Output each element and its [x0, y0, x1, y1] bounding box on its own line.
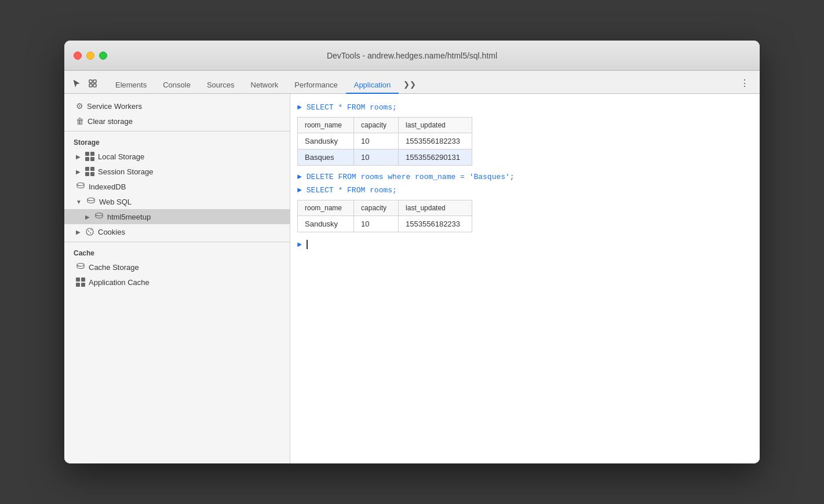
cache-section-header: Cache [64, 244, 290, 260]
chevron-right-icon: ▶ [76, 169, 81, 175]
svg-point-10 [90, 229, 92, 231]
tab-menu-icon[interactable]: ⋮ [735, 74, 754, 93]
sidebar-item-label: Web SQL [99, 198, 132, 206]
sql-code-3: SELECT * FROM rooms; [307, 185, 397, 196]
chevron-right-icon: ▶ [76, 154, 81, 160]
minimize-button[interactable] [86, 52, 94, 60]
sql-query-line-1: ► SELECT * FROM rooms; [290, 101, 760, 115]
db-icon [86, 197, 96, 206]
toolbar-icons [70, 77, 99, 93]
sidebar-item-label: Cookies [98, 228, 125, 236]
sidebar-item-label: Clear storage [87, 117, 133, 126]
tab-console[interactable]: Console [155, 77, 199, 94]
sidebar: ⚙ Service Workers 🗑 Clear storage Storag… [64, 94, 290, 463]
traffic-lights [74, 52, 107, 60]
table-header-room-name: room_name [298, 117, 354, 133]
window-title: DevTools - andrew.hedges.name/html5/sql.… [327, 51, 497, 60]
sql-query-line-2: ► DELETE FROM rooms where room_name = 'B… [290, 170, 760, 184]
sql-prompt-2[interactable]: ► [297, 171, 302, 183]
table-header-capacity: capacity [354, 117, 399, 133]
svg-point-11 [77, 264, 84, 266]
table-header-last-updated: last_updated [399, 117, 472, 133]
tab-more-icon[interactable]: ❯❯ [399, 76, 421, 93]
sql-code-1: SELECT * FROM rooms; [307, 102, 397, 114]
table-header-capacity: capacity [354, 200, 399, 216]
inspect-icon[interactable] [86, 77, 99, 90]
cursor-line[interactable]: ► [290, 237, 760, 253]
tab-application[interactable]: Application [346, 77, 399, 94]
trash-icon: 🗑 [76, 116, 84, 126]
sql-code-2: DELETE FROM rooms where room_name = 'Bas… [307, 171, 515, 183]
table-cell: Sandusky [298, 133, 354, 149]
sidebar-item-service-workers[interactable]: ⚙ Service Workers [64, 98, 290, 114]
tab-network[interactable]: Network [243, 77, 287, 94]
chevron-right-icon: ▶ [85, 214, 90, 220]
cookie-icon [85, 227, 94, 236]
chevron-down-icon: ▼ [76, 199, 82, 205]
sidebar-item-session-storage[interactable]: ▶ Session Storage [64, 164, 290, 179]
table-cell: 10 [354, 149, 399, 165]
tab-elements[interactable]: Elements [107, 77, 155, 94]
table-cell: Sandusky [298, 216, 354, 232]
sidebar-item-application-cache[interactable]: Application Cache [64, 275, 290, 290]
main-content: ⚙ Service Workers 🗑 Clear storage Storag… [64, 94, 760, 463]
sidebar-item-web-sql[interactable]: ▼ Web SQL [64, 194, 290, 209]
sidebar-item-label: Session Storage [98, 167, 153, 176]
gear-icon: ⚙ [76, 101, 83, 111]
svg-rect-1 [89, 84, 92, 87]
sidebar-item-local-storage[interactable]: ▶ Local Storage [64, 149, 290, 164]
sidebar-item-label: Local Storage [98, 152, 144, 161]
table-cell: 1553556290131 [399, 149, 472, 165]
title-bar: DevTools - andrew.hedges.name/html5/sql.… [64, 41, 760, 71]
sidebar-item-label: Application Cache [89, 278, 150, 287]
sidebar-item-label: Service Workers [87, 102, 142, 111]
table-row: Sandusky 10 1553556182233 [298, 216, 472, 232]
table-cell: Basques [298, 149, 354, 165]
sidebar-item-cookies[interactable]: ▶ Cookies [64, 224, 290, 239]
sidebar-item-label: html5meetup [107, 213, 151, 221]
sql-console-panel[interactable]: ► SELECT * FROM rooms; room_name capacit… [290, 94, 760, 463]
svg-rect-3 [93, 84, 96, 87]
devtools-window: DevTools - andrew.hedges.name/html5/sql.… [64, 41, 760, 463]
svg-point-4 [77, 183, 84, 186]
svg-rect-2 [93, 80, 96, 83]
sidebar-divider [64, 131, 290, 132]
grid-icon [85, 167, 94, 176]
db-icon [76, 182, 85, 191]
sidebar-item-cache-storage[interactable]: Cache Storage [64, 260, 290, 275]
storage-section-header: Storage [64, 134, 290, 149]
maximize-button[interactable] [99, 52, 107, 60]
sql-prompt-1[interactable]: ► [297, 102, 302, 114]
tab-performance[interactable]: Performance [286, 77, 345, 94]
svg-point-5 [87, 198, 94, 201]
db-icon [76, 262, 85, 272]
sidebar-item-label: IndexedDB [89, 182, 126, 191]
svg-point-8 [88, 231, 89, 232]
table-cell: 1553556182233 [399, 216, 472, 232]
sidebar-item-html5meetup[interactable]: ▶ html5meetup [64, 209, 290, 224]
sql-prompt-3[interactable]: ► [297, 185, 302, 196]
sidebar-item-clear-storage[interactable]: 🗑 Clear storage [64, 114, 290, 129]
table-cell: 10 [354, 216, 399, 232]
tab-bar: Elements Console Sources Network Perform… [64, 71, 760, 94]
table-header-room-name: room_name [298, 200, 354, 216]
sql-prompt-cursor[interactable]: ► [297, 239, 302, 251]
close-button[interactable] [74, 52, 82, 60]
table-cell: 1553556182233 [399, 133, 472, 149]
table-header-last-updated: last_updated [399, 200, 472, 216]
svg-point-7 [86, 228, 93, 235]
svg-rect-0 [89, 80, 92, 83]
db-icon [94, 212, 104, 221]
grid-icon [76, 277, 85, 287]
table-cell: 10 [354, 133, 399, 149]
sidebar-divider2 [64, 242, 290, 242]
svg-point-6 [96, 213, 103, 216]
tab-sources[interactable]: Sources [199, 77, 243, 94]
table-row: Basques 10 1553556290131 [298, 149, 472, 165]
table-row: Sandusky 10 1553556182233 [298, 133, 472, 149]
cursor-icon[interactable] [70, 77, 83, 90]
sidebar-item-indexed-db[interactable]: IndexedDB [64, 179, 290, 194]
grid-icon [85, 152, 94, 161]
sql-result-table-1: room_name capacity last_updated Sandusky… [297, 117, 472, 166]
sidebar-item-label: Cache Storage [89, 263, 139, 272]
